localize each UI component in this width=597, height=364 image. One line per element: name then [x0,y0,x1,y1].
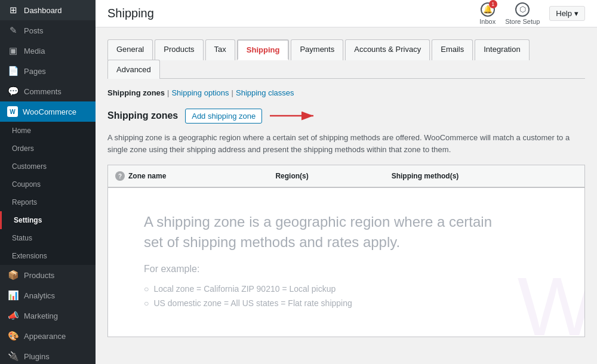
sidebar-item-woo-status[interactable]: Status [0,229,96,247]
section-title: Shipping zones [107,110,178,121]
tab-tax[interactable]: Tax [205,39,235,60]
add-zone-area: Add shipping zone [185,107,321,125]
products-icon: 📦 [7,270,19,280]
woocommerce-submenu: Home Orders Customers Coupons Reports Se… [0,122,96,265]
sidebar-item-marketing[interactable]: 📣 Marketing [0,306,96,326]
tab-advanced[interactable]: Advanced [107,60,160,79]
info-box-subtitle: For example: [144,264,549,274]
tab-payments[interactable]: Payments [291,39,343,60]
zone-name-help-icon[interactable]: ? [115,171,125,181]
sidebar-item-analytics[interactable]: 📊 Analytics [0,285,96,306]
chevron-down-icon: ▾ [574,9,578,18]
section-header: Shipping zones Add shipping zone [107,107,585,125]
shipping-zones-table: ? Zone name Region(s) Shipping method(s) [107,165,585,187]
sidebar-item-woocommerce[interactable]: W WooCommerce [0,101,96,122]
tab-integration[interactable]: Integration [475,39,529,60]
main-content: Shipping 🔔 1 Inbox ⬡ Store Setup Help ▾ … [96,0,597,364]
shipping-subnav: Shipping zones | Shipping options | Ship… [107,88,585,97]
sidebar-item-woo-home[interactable]: Home [0,122,96,140]
sidebar-item-products[interactable]: 📦 Products [0,265,96,285]
info-box-title: A shipping zone is a geographic region w… [144,212,502,252]
subnav-shipping-zones[interactable]: Shipping zones [107,88,165,97]
sidebar-item-media[interactable]: ▣ Media [0,41,96,61]
pages-icon: 📄 [7,66,19,76]
woocommerce-icon: W [7,106,18,117]
tab-shipping[interactable]: Shipping [237,39,290,60]
store-setup-button[interactable]: ⬡ Store Setup [505,2,540,25]
content-area: General Products Tax Shipping Payments A… [96,27,597,364]
info-box-example-2: US domestic zone = All US states = Flat … [144,298,549,308]
subnav-sep-2: | [232,88,233,97]
info-box-example-1: Local zone = California ZIP 90210 = Loca… [144,284,549,294]
sidebar-item-woo-coupons[interactable]: Coupons [0,175,96,193]
table-header-methods: Shipping method(s) [384,165,585,187]
info-box: A shipping zone is a geographic region w… [107,187,585,337]
store-setup-icon: ⬡ [515,2,530,17]
info-box-examples: Local zone = California ZIP 90210 = Loca… [144,284,549,308]
sidebar-item-dashboard[interactable]: ⊞ Dashboard [0,0,96,20]
sidebar-item-appearance[interactable]: 🎨 Appearance [0,326,96,346]
tab-products[interactable]: Products [155,39,203,60]
page-title: Shipping [107,7,154,20]
plugins-icon: 🔌 [7,351,19,362]
marketing-icon: 📣 [7,310,19,321]
inbox-button[interactable]: 🔔 1 Inbox [479,2,496,25]
sidebar-item-woo-orders[interactable]: Orders [0,140,96,158]
help-button[interactable]: Help ▾ [549,6,585,21]
add-shipping-zone-button[interactable]: Add shipping zone [185,109,262,124]
topbar-actions: 🔔 1 Inbox ⬡ Store Setup Help ▾ [479,2,585,25]
inbox-icon: 🔔 1 [481,2,495,17]
settings-tabs: General Products Tax Shipping Payments A… [107,39,585,79]
table-header-zone-name: ? Zone name [108,165,269,187]
sidebar-item-woo-customers[interactable]: Customers [0,158,96,175]
sidebar-item-plugins[interactable]: 🔌 Plugins [0,346,96,364]
tab-general[interactable]: General [107,39,153,60]
subnav-sep-1: | [167,88,169,97]
media-icon: ▣ [7,45,19,56]
appearance-icon: 🎨 [7,331,19,341]
dashboard-icon: ⊞ [7,5,19,16]
subnav-shipping-classes[interactable]: Shipping classes [236,88,294,97]
posts-icon: ✎ [7,25,19,36]
sidebar-item-woo-settings[interactable]: Settings [0,211,96,229]
tab-emails[interactable]: Emails [432,39,473,60]
arrow-annotation [267,107,321,125]
shipping-zone-description: A shipping zone is a geographic region w… [107,132,585,155]
topbar: Shipping 🔔 1 Inbox ⬡ Store Setup Help ▾ [96,0,597,27]
sidebar-item-woo-reports[interactable]: Reports [0,193,96,211]
subnav-shipping-options[interactable]: Shipping options [171,88,229,97]
sidebar-item-woo-extensions[interactable]: Extensions [0,247,96,265]
tab-accounts-privacy[interactable]: Accounts & Privacy [345,39,430,60]
table-header-regions: Region(s) [268,165,384,187]
inbox-badge: 1 [489,0,497,8]
sidebar-item-comments[interactable]: 💬 Comments [0,81,96,101]
sidebar-item-posts[interactable]: ✎ Posts [0,20,96,41]
comments-icon: 💬 [7,86,19,97]
sidebar: ⊞ Dashboard ✎ Posts ▣ Media 📄 Pages 💬 Co… [0,0,96,364]
analytics-icon: 📊 [7,290,19,301]
sidebar-item-pages[interactable]: 📄 Pages [0,61,96,81]
